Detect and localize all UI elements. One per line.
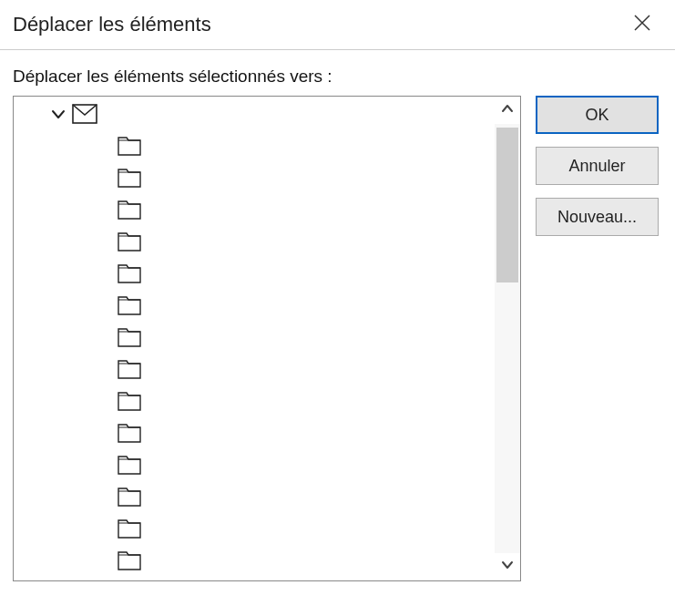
tree-folder-item[interactable] bbox=[118, 514, 491, 546]
folder-icon bbox=[118, 422, 141, 447]
folder-icon bbox=[118, 135, 141, 160]
scroll-thumb[interactable] bbox=[496, 128, 518, 282]
folder-icon bbox=[118, 262, 141, 288]
tree-viewport bbox=[14, 97, 495, 580]
ok-button-label: OK bbox=[585, 106, 609, 125]
folder-icon bbox=[118, 294, 141, 320]
chevron-up-icon bbox=[501, 102, 514, 118]
folder-children bbox=[118, 131, 491, 578]
folder-icon bbox=[118, 199, 141, 224]
button-panel: OK Annuler Nouveau... bbox=[536, 96, 659, 236]
dialog-title: Déplacer les éléments bbox=[13, 13, 211, 36]
chevron-down-icon bbox=[50, 106, 66, 126]
tree-folder-item[interactable] bbox=[118, 546, 491, 578]
main-row: OK Annuler Nouveau... bbox=[13, 96, 662, 581]
scroll-down-button[interactable] bbox=[495, 553, 520, 580]
new-button[interactable]: Nouveau... bbox=[536, 198, 659, 236]
tree-folder-item[interactable] bbox=[118, 386, 491, 418]
chevron-down-icon bbox=[501, 559, 514, 575]
tree-folder-item[interactable] bbox=[118, 482, 491, 514]
close-icon bbox=[634, 15, 650, 35]
tree-folder-item[interactable] bbox=[118, 195, 491, 227]
tree-folder-item[interactable] bbox=[118, 163, 491, 195]
cancel-button-label: Annuler bbox=[568, 157, 625, 176]
folder-icon bbox=[118, 454, 141, 479]
folder-icon bbox=[118, 231, 141, 256]
dialog-content: Déplacer les éléments sélectionnés vers … bbox=[0, 50, 675, 594]
folder-icon bbox=[118, 326, 141, 352]
tree-folder-item[interactable] bbox=[118, 131, 491, 163]
folder-tree bbox=[13, 96, 521, 581]
tree-folder-item[interactable] bbox=[118, 227, 491, 259]
tree-folder-item[interactable] bbox=[118, 323, 491, 354]
cancel-button[interactable]: Annuler bbox=[536, 147, 659, 185]
tree-folder-item[interactable] bbox=[118, 259, 491, 291]
folder-icon bbox=[118, 518, 141, 543]
scroll-track[interactable] bbox=[495, 124, 520, 553]
prompt-label: Déplacer les éléments sélectionnés vers … bbox=[13, 67, 662, 87]
scrollbar[interactable] bbox=[495, 97, 520, 580]
tree-folder-item[interactable] bbox=[118, 354, 491, 386]
ok-button[interactable]: OK bbox=[536, 96, 659, 134]
titlebar: Déplacer les éléments bbox=[0, 0, 675, 50]
folder-icon bbox=[118, 390, 141, 416]
tree-folder-item[interactable] bbox=[118, 291, 491, 323]
folder-icon bbox=[118, 486, 141, 511]
tree-root-item[interactable] bbox=[50, 102, 491, 129]
mail-icon bbox=[72, 104, 97, 128]
scroll-up-button[interactable] bbox=[495, 97, 520, 124]
new-button-label: Nouveau... bbox=[557, 208, 637, 227]
folder-icon bbox=[118, 358, 141, 384]
tree-folder-item[interactable] bbox=[118, 450, 491, 482]
tree-folder-item[interactable] bbox=[118, 418, 491, 450]
folder-icon bbox=[118, 167, 141, 192]
folder-icon bbox=[118, 549, 141, 575]
close-button[interactable] bbox=[624, 6, 660, 43]
